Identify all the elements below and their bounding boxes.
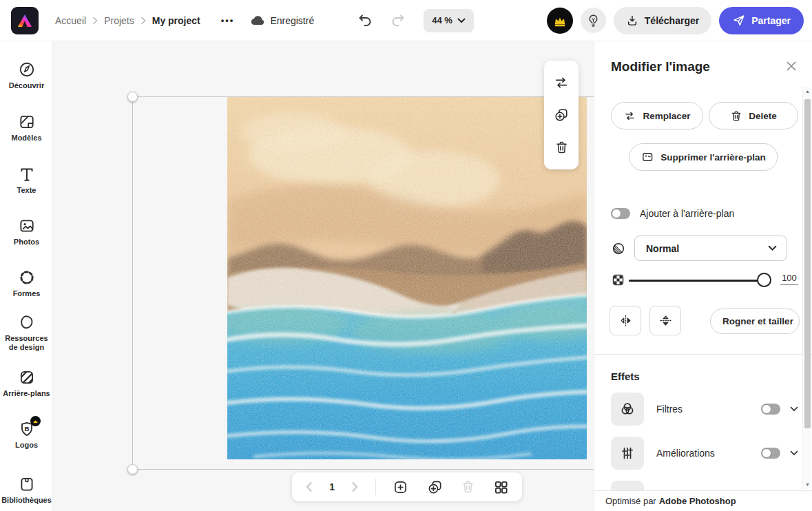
sidebar-item-libraries[interactable]: Bibliothèques — [0, 475, 53, 505]
selection-handle-top-left[interactable] — [127, 92, 138, 102]
toolbar-divider — [375, 479, 376, 495]
trash-icon — [461, 479, 475, 494]
flip-horizontal-icon — [618, 313, 633, 328]
backgrounds-icon — [18, 368, 36, 386]
effect-row-partial — [611, 481, 644, 490]
share-button[interactable]: Partager — [719, 7, 804, 34]
breadcrumb-current-project[interactable]: My project — [152, 15, 200, 26]
sidebar-item-backgrounds[interactable]: Arrière-plans — [0, 368, 53, 398]
swap-arrows-icon — [554, 75, 569, 90]
sidebar-item-discover[interactable]: Découvrir — [0, 61, 53, 90]
download-icon — [626, 14, 638, 27]
enhancements-tile[interactable] — [611, 437, 644, 470]
opacity-slider-handle[interactable] — [757, 273, 771, 287]
previous-page-button[interactable] — [304, 480, 314, 494]
page-number: 1 — [329, 481, 335, 492]
sidebar-item-shapes[interactable]: Formes — [0, 269, 53, 298]
redo-button[interactable] — [386, 10, 410, 32]
undo-button[interactable] — [353, 10, 377, 32]
replace-object-button[interactable] — [551, 72, 572, 93]
filters-icon — [618, 400, 636, 418]
sidebar-item-label: Arrière-plans — [1, 389, 51, 398]
replace-button[interactable]: Remplacer — [611, 102, 703, 129]
delete-page-button[interactable] — [459, 478, 477, 496]
remove-background-button[interactable]: Supprimer l'arrière-plan — [629, 143, 778, 171]
grid-icon — [493, 479, 509, 495]
next-page-button[interactable] — [350, 480, 360, 494]
more-options-icon[interactable]: ••• — [217, 11, 239, 30]
sidebar-item-templates[interactable]: Modèles — [0, 113, 53, 143]
page-toolbar: 1 — [292, 472, 522, 501]
close-panel-button[interactable] — [786, 61, 797, 72]
crown-icon — [552, 14, 568, 28]
sidebar-item-label: Ressources de design — [0, 334, 53, 351]
zoom-level-value: 44 % — [432, 15, 452, 25]
object-toolbar — [544, 61, 579, 169]
effects-title: Effets — [611, 371, 640, 382]
sidebar-item-design-assets[interactable]: Ressources de design — [0, 313, 53, 351]
download-button[interactable]: Télécharger — [614, 7, 711, 34]
filters-tile[interactable] — [611, 393, 644, 426]
canvas-area[interactable]: 1 — [53, 41, 594, 511]
opacity-slider-track[interactable] — [629, 280, 758, 282]
filters-toggle[interactable] — [761, 404, 780, 415]
libraries-icon — [18, 475, 36, 493]
premium-crown-button[interactable] — [547, 8, 573, 34]
scrollbar-thumb[interactable] — [804, 99, 811, 428]
filters-expand-button[interactable] — [789, 405, 800, 413]
save-status: Enregistré — [251, 15, 314, 26]
delete-button[interactable]: Delete — [709, 102, 798, 129]
zoom-level-dropdown[interactable]: 44 % — [424, 9, 474, 32]
add-to-background-row: Ajouter à l'arrière-plan — [611, 208, 734, 219]
add-page-button[interactable] — [391, 478, 410, 497]
blend-mode-dropdown[interactable]: Normal — [634, 236, 787, 261]
sidebar-item-label: Découvrir — [8, 81, 45, 90]
panel-scrollbar[interactable]: ▲ ▼ — [802, 87, 811, 489]
history-controls: 44 % — [353, 9, 474, 32]
tips-button[interactable] — [581, 8, 606, 33]
crop-button[interactable]: Rogner et tailler — [710, 309, 800, 334]
undo-icon — [357, 14, 373, 28]
lightbulb-icon — [587, 14, 600, 27]
scroll-up-icon[interactable]: ▲ — [803, 89, 812, 94]
send-icon — [732, 14, 745, 27]
filters-label: Filtres — [656, 404, 761, 415]
sidebar-item-logos[interactable]: B Logos — [0, 420, 53, 450]
opacity-icon — [611, 273, 625, 287]
flip-vertical-icon — [658, 313, 673, 328]
remove-background-label: Supprimer l'arrière-plan — [660, 152, 766, 163]
scroll-down-icon[interactable]: ▼ — [803, 482, 812, 487]
chevron-down-icon — [790, 406, 798, 412]
flip-row — [610, 306, 681, 335]
sidebar-item-photos[interactable]: Photos — [0, 217, 53, 247]
breadcrumb-projects[interactable]: Projets — [104, 15, 134, 26]
sidebar-item-text[interactable]: Texte — [0, 165, 53, 195]
flip-horizontal-button[interactable] — [610, 306, 641, 335]
footer-brand: Adobe Photoshop — [659, 496, 736, 506]
duplicate-page-button[interactable] — [426, 478, 444, 497]
breadcrumb-home[interactable]: Accueil — [55, 15, 86, 26]
adobe-express-logo[interactable] — [11, 7, 39, 34]
sidebar-item-label: Texte — [16, 186, 38, 195]
add-to-background-toggle[interactable] — [611, 208, 630, 219]
close-icon — [786, 61, 797, 72]
opacity-value[interactable]: 100 — [780, 273, 798, 285]
delete-object-button[interactable] — [552, 137, 572, 158]
delete-label: Delete — [749, 111, 777, 121]
canvas-image[interactable] — [227, 97, 587, 459]
adobe-express-a-icon — [17, 13, 33, 28]
sidebar-item-label: Formes — [12, 289, 42, 298]
svg-text:B: B — [24, 425, 29, 432]
selection-handle-bottom-left[interactable] — [127, 464, 138, 474]
cloud-icon — [251, 15, 264, 25]
duplicate-object-button[interactable] — [551, 105, 572, 125]
breadcrumb: Accueil Projets My project — [55, 15, 200, 26]
pages-overview-button[interactable] — [492, 478, 510, 497]
trash-icon — [730, 110, 742, 123]
top-bar: Accueil Projets My project ••• Enregistr… — [0, 0, 812, 41]
enhancements-expand-button[interactable] — [789, 449, 800, 457]
sliders-icon — [619, 445, 636, 461]
flip-vertical-button[interactable] — [649, 306, 681, 335]
shapes-icon — [18, 269, 36, 286]
enhancements-toggle[interactable] — [761, 448, 780, 459]
